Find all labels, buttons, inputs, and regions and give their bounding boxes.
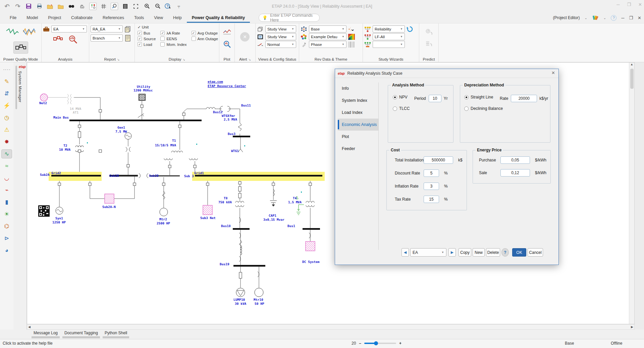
pan-hand-icon[interactable] — [78, 3, 86, 10]
tlcc-radio[interactable]: TLCC — [393, 106, 410, 111]
display-checkbox-mom-index[interactable]: Mom. Index — [160, 42, 186, 47]
find-icon[interactable] — [68, 3, 75, 10]
display-checkbox-ann-outage[interactable]: Ann Outage — [192, 37, 218, 41]
datahub-icon[interactable]: ◕ — [1, 246, 12, 255]
wizard-combobox-1[interactable]: Reliability▼ — [373, 25, 405, 32]
theme-palette-icon[interactable] — [592, 15, 599, 21]
dialog-launcher-icon[interactable]: ↘ — [249, 58, 251, 61]
menu-item-tools[interactable]: Tools — [129, 13, 149, 23]
wizard-combobox-2[interactable]: LF-All▼ — [373, 33, 405, 40]
project-editor-label[interactable]: (Project Editor) — [553, 15, 580, 20]
presentation-combobox[interactable]: Study View▼ — [265, 25, 296, 32]
alert-disabled-icon[interactable]: ✕ — [240, 32, 250, 42]
scroll-right-icon[interactable]: ▶ — [631, 325, 633, 329]
optimal-power-flow-icon[interactable]: ◡ — [1, 173, 12, 183]
bottom-tab-document-tagging[interactable]: Document Tagging — [62, 330, 100, 338]
prev-study-case-button[interactable]: ◀ — [401, 248, 409, 257]
rate-input[interactable]: 20000 — [511, 95, 537, 102]
dc-systems-icon[interactable]: ⌬ — [1, 222, 12, 231]
new-button[interactable]: New — [473, 248, 485, 257]
cancel-button[interactable]: Cancel — [528, 248, 543, 257]
transient-stability-icon[interactable]: ✸ — [1, 137, 12, 146]
project-editor-chevron-icon[interactable]: ⌄ — [584, 16, 587, 20]
close-window-icon[interactable]: ✕ — [638, 2, 642, 7]
waveform-icon[interactable] — [6, 27, 19, 38]
dialog-launcher-icon[interactable]: ↘ — [117, 58, 120, 61]
load-flow-icon[interactable]: ⇵ — [1, 89, 12, 98]
diagram-label-etap-resource-center[interactable]: ETAP Resource Center — [208, 84, 246, 88]
config-combobox[interactable]: Normal▼ — [265, 41, 296, 48]
report-format-combobox[interactable]: RA_EA▼ — [91, 25, 123, 32]
panel-drag-handle-icon[interactable]: ···· — [1, 65, 12, 74]
save-icon[interactable] — [25, 3, 32, 10]
arc-flash-icon[interactable]: ⚠ — [1, 125, 12, 134]
eyedropper-icon[interactable] — [301, 41, 307, 48]
tax-rate-input[interactable]: 15 — [424, 196, 439, 203]
zoom-slider[interactable] — [364, 343, 396, 344]
run-reliability-icon[interactable] — [53, 34, 63, 45]
switching-sequence-icon[interactable]: ⌁ — [1, 186, 12, 195]
display-checkbox-bus[interactable]: ✓Bus — [138, 31, 156, 35]
discount-rate-input[interactable]: 5 — [424, 169, 439, 177]
motor-starting-icon[interactable]: ▮ — [1, 198, 12, 207]
sale-input[interactable]: 0,12 — [500, 169, 530, 177]
harmonics-icon[interactable]: ≈ — [1, 161, 12, 170]
theme-combobox[interactable]: Example Defau▼ — [309, 33, 346, 40]
copy-button[interactable]: Copy — [459, 248, 471, 257]
period-input[interactable]: 10 — [429, 95, 441, 102]
delete-button[interactable]: Delete — [486, 248, 500, 257]
undo-icon[interactable]: ↶ — [3, 3, 11, 10]
dialog-title-bar[interactable]: etap Reliability Analysis Study Case ✕ — [335, 69, 558, 78]
diagram-label-etap-com[interactable]: etap.com — [208, 80, 223, 83]
dialog-help-button[interactable]: ? — [501, 248, 509, 257]
menu-item-project[interactable]: Project — [43, 13, 66, 23]
minimize-window-icon[interactable]: ─ — [616, 2, 620, 7]
dialog-launcher-icon[interactable]: ↘ — [183, 58, 185, 61]
one-line-mode-button[interactable] — [13, 42, 28, 54]
phase-combobox[interactable]: Phase▼ — [309, 41, 346, 48]
study-case-combobox[interactable]: EA▼ — [410, 248, 446, 257]
zoom-in-button[interactable]: + — [399, 341, 401, 346]
renewable-energy-icon[interactable]: ☀ — [1, 210, 12, 219]
new-project-icon[interactable]: ✶ — [46, 3, 54, 10]
zoom-out-button[interactable]: – — [359, 341, 361, 346]
dialog-tab-plot[interactable]: Plot — [338, 131, 378, 143]
dialog-tab-economic-analysis[interactable]: Economic Analysis — [338, 119, 378, 131]
zoom-out-icon[interactable] — [154, 3, 161, 10]
economic-analysis-icon[interactable] — [68, 34, 78, 45]
theme-flower-icon[interactable] — [301, 33, 307, 40]
report-stack-icon[interactable] — [124, 26, 131, 32]
redo-icon[interactable]: ↷ — [14, 3, 21, 10]
next-study-case-button[interactable]: ▶ — [448, 248, 456, 257]
power-quality-icon[interactable]: ∿ — [1, 149, 12, 158]
menu-item-model[interactable]: Model — [21, 13, 43, 23]
display-checkbox--a-rate[interactable]: ✓λA Rate — [160, 31, 186, 35]
plot-chart-icon[interactable] — [223, 28, 231, 37]
command-search-input[interactable]: 💡 Enter ETAP Commands Here — [259, 14, 320, 22]
menu-item-references[interactable]: References — [98, 13, 129, 23]
open-project-icon[interactable] — [57, 3, 64, 10]
refresh-icon[interactable] — [407, 26, 413, 32]
dialog-tab-info[interactable]: Info — [338, 82, 378, 94]
device-coordination-icon[interactable]: ◷ — [1, 113, 12, 122]
theme-chevron-icon[interactable]: ⌄ — [603, 16, 606, 20]
short-circuit-icon[interactable]: ⚡ — [1, 101, 12, 110]
config-view-icon[interactable] — [257, 33, 264, 40]
doc-close-icon[interactable]: ✕ — [638, 15, 641, 20]
display-checkbox-eens[interactable]: EENS — [160, 37, 186, 41]
dialog-tab-system-index[interactable]: System Index — [338, 94, 378, 107]
dialog-tab-feeder[interactable]: Feeder — [338, 143, 378, 155]
restore-window-icon[interactable]: ❐ — [627, 2, 631, 7]
scroll-left-icon[interactable]: ◀ — [28, 325, 31, 329]
unit-toggle[interactable]: ✓Unit — [138, 24, 217, 30]
edit-mode-icon[interactable]: ✎ — [1, 77, 12, 86]
rev-mini-icon[interactable]: ⌄ — [348, 26, 355, 32]
toolbar-more-icon[interactable]: ╤ — [175, 3, 182, 10]
system-manager-panel-tab[interactable]: etap System Manager — [13, 62, 27, 330]
menu-item-power-quality-reliability[interactable]: Power Quality & Reliability — [187, 13, 250, 23]
report-manager-icon[interactable] — [121, 3, 129, 10]
dialog-close-icon[interactable]: ✕ — [551, 70, 555, 75]
one-line-tool-icon[interactable] — [89, 3, 97, 10]
help-icon[interactable]: ? — [611, 15, 616, 21]
menu-item-file[interactable]: File — [5, 13, 21, 23]
